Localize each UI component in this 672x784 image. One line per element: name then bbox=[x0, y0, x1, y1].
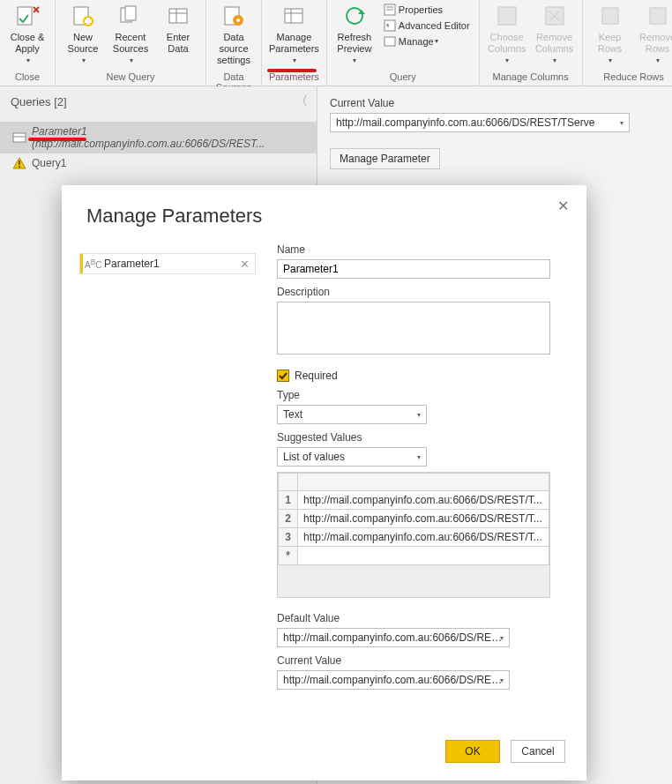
current-value-select[interactable]: http://mail.companyinfo.com.au:6066/DS/R… bbox=[330, 113, 630, 132]
grid-cell[interactable]: http://mail.companyinfo.com.au:6066/DS/R… bbox=[298, 491, 549, 510]
group-title-datasources: Data Sources bbox=[210, 70, 258, 86]
cancel-button[interactable]: Cancel bbox=[511, 740, 565, 763]
remove-rows-button[interactable]: Remove Rows▾ bbox=[634, 0, 672, 66]
ribbon-group-parameters: Manage Parameters▾ Parameters bbox=[262, 0, 327, 86]
type-value: Text bbox=[283, 408, 302, 421]
dialog-current-value-select[interactable]: http://mail.companyinfo.com.au:6066/DS/R… bbox=[277, 670, 510, 690]
manage-parameters-button[interactable]: Manage Parameters▾ bbox=[265, 0, 322, 66]
type-label: Type bbox=[277, 389, 562, 401]
grid-cell[interactable]: http://mail.companyinfo.com.au:6066/DS/R… bbox=[298, 528, 549, 547]
close-apply-icon bbox=[15, 4, 40, 28]
new-source-icon bbox=[71, 4, 95, 28]
name-input[interactable] bbox=[277, 259, 550, 279]
ok-button[interactable]: OK bbox=[445, 740, 500, 763]
grid-row[interactable]: 3http://mail.companyinfo.com.au:6066/DS/… bbox=[279, 528, 549, 547]
suggested-values-select[interactable]: List of values ▾ bbox=[277, 447, 427, 467]
dialog-close-button[interactable]: ✕ bbox=[553, 196, 572, 215]
remove-rows-label: Remove Rows bbox=[639, 32, 672, 55]
group-title-newquery: New Query bbox=[102, 70, 158, 86]
manage-query-icon bbox=[384, 35, 396, 48]
svg-rect-6 bbox=[85, 19, 92, 23]
required-label: Required bbox=[295, 370, 338, 382]
values-grid[interactable]: 1http://mail.companyinfo.com.au:6066/DS/… bbox=[277, 472, 550, 598]
dialog-current-value-label: Current Value bbox=[277, 654, 562, 667]
refresh-preview-label: Refresh Preview bbox=[337, 32, 371, 55]
close-apply-button[interactable]: Close & Apply▾ bbox=[4, 0, 51, 66]
manage-parameters-dialog: ✕ Manage Parameters New ABC Parameter1 ✕… bbox=[62, 185, 586, 780]
chevron-down-icon: ▾ bbox=[500, 634, 504, 642]
collapse-queries-icon[interactable]: 〈 bbox=[295, 93, 308, 109]
ribbon-group-datasources: Data source settings Data Sources bbox=[206, 0, 262, 86]
query-item-label: Query1 bbox=[32, 157, 66, 169]
ribbon-group-newquery: New Source▾ Recent Sources▾ Enter Data N… bbox=[56, 0, 206, 86]
svg-rect-8 bbox=[125, 6, 136, 20]
recent-sources-label: Recent Sources bbox=[113, 32, 148, 55]
grid-row[interactable]: 2http://mail.companyinfo.com.au:6066/DS/… bbox=[279, 510, 549, 528]
properties-icon bbox=[384, 4, 396, 16]
parameter-icon bbox=[12, 131, 26, 144]
new-source-button[interactable]: New Source▾ bbox=[59, 0, 107, 66]
ribbon-group-query: Refresh Preview▾ Properties Advanced Edi… bbox=[327, 0, 480, 86]
refresh-preview-button[interactable]: Refresh Preview▾ bbox=[331, 0, 378, 66]
default-value-select[interactable]: http://mail.companyinfo.com.au:6066/DS/R… bbox=[277, 628, 510, 647]
name-label: Name bbox=[277, 243, 562, 256]
group-title-managecols: Manage Columns bbox=[489, 70, 571, 86]
refresh-icon bbox=[342, 4, 367, 28]
svg-rect-24 bbox=[385, 37, 395, 46]
choose-columns-icon bbox=[495, 4, 519, 28]
data-source-settings-button[interactable]: Data source settings bbox=[210, 0, 258, 66]
advanced-editor-button[interactable]: Advanced Editor bbox=[380, 18, 474, 34]
recent-sources-icon bbox=[118, 4, 143, 28]
suggested-values-value: List of values bbox=[283, 451, 345, 463]
query-item-parameter1[interactable]: Parameter1 (http://mail.companyinfo.com.… bbox=[0, 122, 317, 153]
enter-data-icon bbox=[166, 4, 190, 28]
enter-data-button[interactable]: Enter Data bbox=[154, 0, 202, 55]
manage-query-button[interactable]: Manage▾ bbox=[380, 34, 474, 49]
advanced-editor-label: Advanced Editor bbox=[399, 19, 470, 33]
grid-row-new[interactable]: * bbox=[279, 547, 549, 565]
queries-header: Queries [2] 〈 bbox=[0, 86, 317, 113]
manage-query-label: Manage bbox=[399, 34, 434, 49]
ribbon: Close & Apply▾ Close New Source▾ Recent … bbox=[0, 0, 672, 86]
svg-point-14 bbox=[236, 19, 240, 22]
advanced-editor-icon bbox=[384, 19, 396, 32]
parameter-list-item[interactable]: ABC Parameter1 ✕ bbox=[80, 254, 255, 273]
properties-button[interactable]: Properties bbox=[380, 2, 474, 18]
choose-columns-label: Choose Columns bbox=[488, 32, 526, 55]
type-select[interactable]: Text ▾ bbox=[277, 405, 427, 424]
description-input[interactable] bbox=[277, 302, 550, 355]
manage-parameter-button[interactable]: Manage Parameter bbox=[330, 148, 440, 169]
chevron-down-icon: ▾ bbox=[500, 676, 504, 684]
manage-parameters-icon bbox=[281, 4, 306, 28]
svg-rect-29 bbox=[602, 8, 618, 24]
queries-title: Queries [2] bbox=[11, 95, 67, 108]
chevron-down-icon: ▾ bbox=[620, 119, 623, 127]
warning-icon bbox=[12, 157, 26, 169]
ribbon-group-close: Close & Apply▾ Close bbox=[0, 0, 56, 86]
svg-rect-37 bbox=[19, 166, 20, 168]
svg-rect-36 bbox=[19, 161, 20, 165]
group-title-close: Close bbox=[11, 70, 43, 86]
recent-sources-button[interactable]: Recent Sources▾ bbox=[107, 0, 154, 66]
grid-footer bbox=[278, 565, 549, 597]
grid-row[interactable]: 1http://mail.companyinfo.com.au:6066/DS/… bbox=[279, 491, 549, 510]
query-item-query1[interactable]: Query1 bbox=[0, 153, 317, 173]
keep-rows-button[interactable]: Keep Rows▾ bbox=[586, 0, 634, 66]
close-apply-label: Close & Apply bbox=[11, 32, 45, 55]
svg-rect-15 bbox=[285, 9, 302, 23]
default-value-label: Default Value bbox=[277, 612, 562, 624]
ribbon-group-managecols: Choose Columns▾ Remove Columns▾ Manage C… bbox=[480, 0, 583, 86]
svg-point-18 bbox=[347, 8, 362, 24]
remove-columns-button[interactable]: Remove Columns▾ bbox=[531, 0, 579, 66]
parameter-form: Name Description Required Type Text ▾ Su… bbox=[256, 236, 562, 728]
grid-cell[interactable]: http://mail.companyinfo.com.au:6066/DS/R… bbox=[298, 510, 549, 528]
choose-columns-button[interactable]: Choose Columns▾ bbox=[483, 0, 531, 66]
required-checkbox[interactable]: Required bbox=[277, 370, 562, 382]
current-value-text: http://mail.companyinfo.com.au:6066/DS/R… bbox=[336, 116, 594, 129]
data-source-settings-icon bbox=[221, 4, 246, 28]
default-value-text: http://mail.companyinfo.com.au:6066/DS/R… bbox=[283, 631, 504, 644]
ribbon-group-reducerows: Keep Rows▾ Remove Rows▾ Reduce Rows bbox=[583, 0, 672, 86]
enter-data-label: Enter Data bbox=[167, 32, 190, 55]
remove-columns-label: Remove Columns bbox=[535, 32, 573, 55]
remove-parameter-icon[interactable]: ✕ bbox=[240, 258, 250, 271]
